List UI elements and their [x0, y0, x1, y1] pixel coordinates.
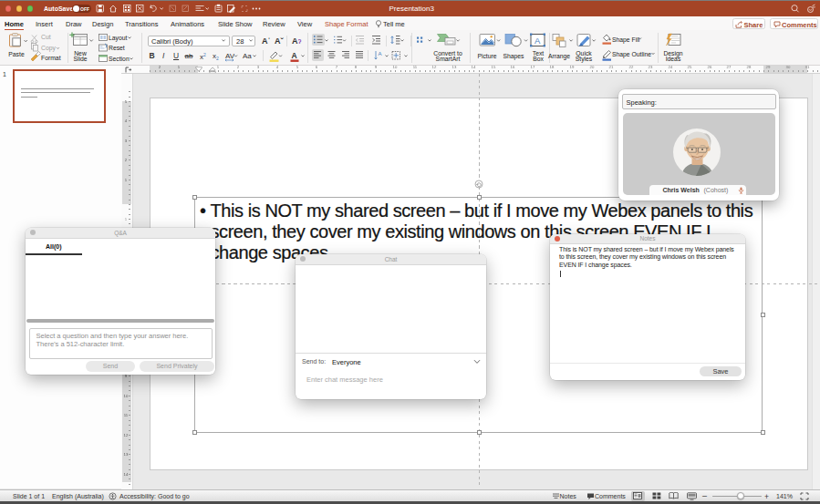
svg-text:A: A: [535, 36, 541, 46]
svg-text:A: A: [379, 51, 382, 57]
svg-text:A: A: [292, 51, 297, 60]
